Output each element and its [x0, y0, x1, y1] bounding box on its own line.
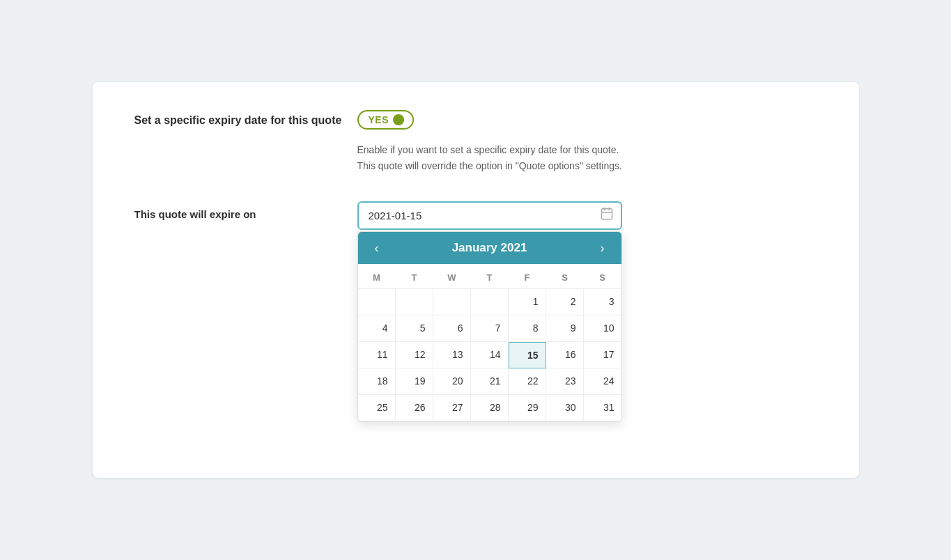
day-cell-2[interactable]: 2	[546, 289, 584, 316]
day-cell-7[interactable]: 7	[471, 316, 509, 342]
day-cell-30[interactable]: 30	[546, 395, 584, 421]
expiry-toggle-section: Set a specific expiry date for this quot…	[134, 110, 817, 173]
day-cell-empty	[358, 289, 396, 316]
expiry-date-section: This quote will expire on ‹	[134, 201, 817, 422]
day-cell-29[interactable]: 29	[509, 395, 546, 421]
expiry-toggle-label: Set a specific expiry date for this quot…	[134, 110, 357, 128]
day-cell-empty	[396, 289, 433, 316]
day-cell-empty	[471, 289, 509, 316]
day-cell-27[interactable]: 27	[433, 395, 471, 421]
weekday-sun: S	[584, 270, 621, 286]
day-cell-23[interactable]: 23	[546, 368, 584, 395]
day-cell-15[interactable]: 15	[509, 342, 546, 368]
weekday-fri: F	[509, 270, 546, 286]
day-cell-19[interactable]: 19	[396, 368, 433, 395]
weekday-tue: T	[396, 270, 433, 286]
day-cell-16[interactable]: 16	[546, 342, 584, 368]
toggle-dot-icon	[393, 114, 404, 125]
day-cell-1[interactable]: 1	[509, 289, 546, 316]
weekday-thu: T	[471, 270, 509, 286]
day-cell-4[interactable]: 4	[358, 316, 396, 342]
day-cell-6[interactable]: 6	[433, 316, 471, 342]
calendar-weekdays: M T W T F S S	[358, 264, 621, 288]
day-cell-20[interactable]: 20	[433, 368, 471, 395]
day-cell-28[interactable]: 28	[471, 395, 509, 421]
description-text: Enable if you want to set a specific exp…	[357, 142, 817, 173]
date-input-wrapper	[357, 201, 622, 230]
day-cell-22[interactable]: 22	[509, 368, 546, 395]
description-line2: This quote will override the option in "…	[357, 160, 622, 171]
day-cell-3[interactable]: 3	[584, 289, 621, 316]
expiry-toggle-content: YES Enable if you want to set a specific…	[357, 110, 817, 173]
weekday-sat: S	[546, 270, 584, 286]
calendar-month-year: January 2021	[452, 241, 527, 255]
next-month-button[interactable]: ›	[595, 240, 610, 256]
day-cell-26[interactable]: 26	[396, 395, 433, 421]
toggle-container: YES	[357, 110, 817, 130]
toggle-label: YES	[369, 114, 389, 125]
main-card: Set a specific expiry date for this quot…	[93, 82, 859, 478]
day-cell-13[interactable]: 13	[433, 342, 471, 368]
day-cell-14[interactable]: 14	[471, 342, 509, 368]
day-cell-empty	[433, 289, 471, 316]
day-cell-5[interactable]: 5	[396, 316, 433, 342]
calendar-icon[interactable]	[600, 207, 614, 224]
day-cell-9[interactable]: 9	[546, 316, 584, 342]
day-cell-21[interactable]: 21	[471, 368, 509, 395]
day-cell-12[interactable]: 12	[396, 342, 433, 368]
day-cell-18[interactable]: 18	[358, 368, 396, 395]
day-cell-25[interactable]: 25	[358, 395, 396, 421]
description-line1: Enable if you want to set a specific exp…	[357, 144, 619, 155]
weekday-mon: M	[358, 270, 396, 286]
day-cell-24[interactable]: 24	[584, 368, 621, 395]
day-cell-8[interactable]: 8	[509, 316, 546, 342]
yes-toggle-button[interactable]: YES	[357, 110, 415, 130]
date-input[interactable]	[357, 201, 622, 230]
prev-month-button[interactable]: ‹	[369, 240, 385, 256]
calendar-dropdown: ‹ January 2021 › M T W T F S S 1234	[357, 231, 622, 422]
svg-rect-0	[601, 209, 612, 219]
calendar-header: ‹ January 2021 ›	[358, 232, 621, 264]
day-cell-11[interactable]: 11	[358, 342, 396, 368]
weekday-wed: W	[433, 270, 471, 286]
day-cell-31[interactable]: 31	[584, 395, 621, 421]
calendar-days-grid: 1234567891011121314151617181920212223242…	[358, 288, 621, 421]
expiry-date-content: ‹ January 2021 › M T W T F S S 1234	[357, 201, 817, 422]
day-cell-10[interactable]: 10	[584, 316, 621, 342]
expiry-date-label: This quote will expire on	[134, 201, 357, 220]
day-cell-17[interactable]: 17	[584, 342, 621, 368]
